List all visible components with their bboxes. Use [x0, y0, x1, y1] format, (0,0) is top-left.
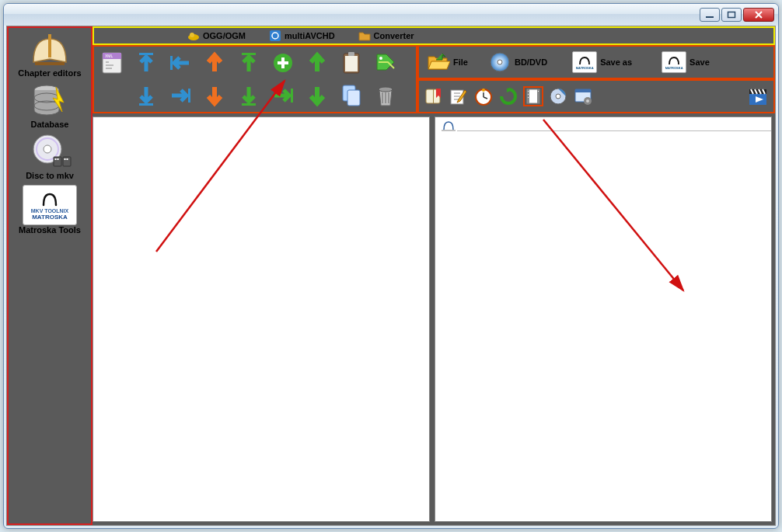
sidebar-item-matroska-tools[interactable]: MKV TOOLNIX MATROSKA Matroska Tools [9, 183, 91, 238]
svg-rect-40 [433, 89, 434, 103]
clock-icon[interactable] [473, 86, 494, 106]
right-most-blue-icon[interactable] [167, 82, 194, 109]
svg-rect-17 [270, 30, 281, 41]
svg-point-52 [556, 94, 560, 99]
down-green-icon[interactable] [304, 82, 330, 109]
svg-rect-28 [348, 52, 354, 56]
close-button[interactable] [743, 8, 774, 22]
left-most-blue-icon[interactable] [167, 50, 194, 76]
sidebar-label: Disc to mkv [26, 171, 74, 180]
toolbar-left-row2 [94, 79, 416, 112]
left-panel[interactable] [93, 116, 430, 522]
window-inner: Chapter editors Database Disc to mkv MKV… [6, 26, 776, 526]
cloud-icon [187, 30, 200, 42]
menu-ogg-ogm[interactable]: OGG/OGM [187, 30, 246, 42]
button-label: Save as [600, 57, 632, 67]
svg-rect-0 [706, 16, 714, 18]
svg-point-7 [44, 145, 51, 153]
toolbar-right-bottom [417, 79, 775, 113]
sidebar-item-disc-to-mkv[interactable]: Disc to mkv [9, 132, 91, 183]
svg-rect-9 [54, 157, 61, 166]
film-red-icon[interactable] [523, 86, 543, 106]
save-button[interactable]: MATROSKA Save [658, 50, 713, 75]
svg-point-56 [586, 99, 589, 103]
svg-rect-12 [58, 158, 59, 160]
minimize-button[interactable] [700, 8, 720, 22]
svg-point-43 [482, 89, 485, 92]
sidebar: Chapter editors Database Disc to mkv MKV… [7, 26, 93, 525]
down-in-blue-icon[interactable] [133, 82, 159, 109]
right-panel[interactable] [435, 116, 772, 522]
menubar: OGG/OGM multiAVCHD Converter [93, 26, 775, 45]
svg-rect-50 [538, 91, 539, 92]
button-label: BD/DVD [515, 57, 547, 67]
main-area: OGG/OGM multiAVCHD Converter XML [93, 26, 775, 525]
bd-dvd-button[interactable]: BD/DVD [485, 50, 550, 75]
svg-point-29 [379, 57, 382, 60]
menu-label: Converter [374, 31, 414, 40]
sidebar-item-chapter-editors[interactable]: Chapter editors [9, 30, 91, 81]
menu-converter[interactable]: Converter [358, 30, 414, 42]
toolbar-left-row1: XML [94, 47, 416, 79]
recycle-green-icon[interactable] [498, 86, 518, 106]
tag-green-icon[interactable] [372, 50, 399, 76]
matroska-box-icon: MATROSKA [572, 51, 597, 73]
menu-label: multiAVCHD [285, 31, 335, 40]
matroska-icon: MKV TOOLNIX MATROSKA [23, 185, 77, 225]
book-bookmark-icon[interactable] [424, 86, 444, 106]
edit-pencil-icon[interactable] [449, 86, 469, 106]
save-as-button[interactable]: MATROSKA Save as [569, 50, 635, 75]
menu-multiavchd[interactable]: multiAVCHD [269, 30, 335, 42]
maximize-button[interactable] [721, 8, 742, 22]
up-orange-icon[interactable] [201, 50, 228, 76]
clipboard-icon[interactable] [338, 50, 365, 76]
content-panels [93, 113, 775, 525]
folder-open-icon [427, 51, 450, 73]
svg-rect-35 [347, 90, 360, 106]
window-gear-icon[interactable] [573, 86, 593, 106]
svg-rect-2 [48, 34, 51, 57]
copy-docs-icon[interactable] [338, 82, 365, 109]
matroska-small-icon [440, 119, 457, 133]
sidebar-label: Database [31, 120, 69, 129]
down-in-green-icon[interactable] [236, 82, 262, 109]
matroska-box-icon: MATROSKA [662, 51, 686, 73]
svg-point-36 [379, 87, 393, 92]
svg-rect-54 [575, 89, 591, 92]
disc-icon [27, 134, 72, 171]
sidebar-label: Chapter editors [18, 68, 81, 78]
titlebar[interactable] [4, 4, 778, 26]
disc-small-icon[interactable] [548, 86, 568, 106]
svg-rect-11 [55, 158, 57, 160]
button-label: Save [689, 57, 710, 67]
svg-rect-10 [63, 157, 71, 166]
clapper-play-icon[interactable] [749, 87, 769, 107]
book-icon [27, 31, 72, 68]
svg-text:XML: XML [105, 54, 113, 58]
svg-rect-49 [528, 97, 529, 98]
xml-doc-icon[interactable]: XML [99, 50, 125, 76]
toolbar-right-top: File BD/DVD MATROSKA Save as MATROSKA [417, 45, 775, 79]
top-green-icon[interactable] [236, 50, 262, 76]
trash-icon[interactable] [372, 82, 399, 109]
up-green-icon[interactable] [304, 50, 330, 76]
toolbar-right: File BD/DVD MATROSKA Save as MATROSKA [417, 45, 775, 113]
button-label: File [453, 57, 468, 67]
top-up-blue-icon[interactable] [133, 50, 159, 76]
file-button[interactable]: File [424, 50, 471, 75]
right-end-green-icon[interactable] [270, 82, 296, 109]
menu-label: OGG/OGM [203, 31, 246, 40]
folder-gold-icon [358, 30, 371, 42]
svg-point-16 [190, 33, 194, 37]
svg-rect-48 [528, 94, 529, 95]
toolbar-left: XML [93, 45, 417, 113]
app-window: Chapter editors Database Disc to mkv MKV… [3, 3, 779, 529]
svg-rect-14 [67, 158, 68, 160]
svg-point-38 [497, 60, 502, 64]
add-green-icon[interactable] [270, 50, 296, 76]
blue-box-icon [269, 30, 281, 42]
svg-rect-47 [528, 91, 529, 92]
sidebar-item-database[interactable]: Database [9, 81, 91, 132]
down-orange-icon[interactable] [201, 82, 228, 109]
right-panel-topborder [457, 117, 771, 131]
